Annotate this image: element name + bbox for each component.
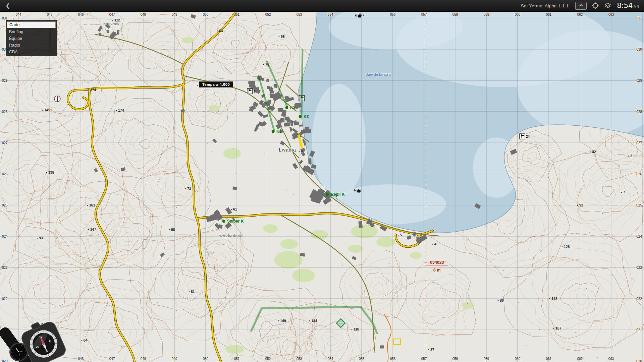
- svg-text:051: 051: [234, 357, 240, 361]
- svg-text:Hotel Abandonné: Hotel Abandonné: [218, 234, 241, 237]
- svg-text:050: 050: [203, 13, 209, 16]
- svg-text:049: 049: [172, 357, 177, 361]
- svg-text:050: 050: [203, 357, 209, 361]
- svg-text:031: 031: [636, 16, 642, 20]
- svg-text:161: 161: [89, 203, 95, 207]
- compass-rose-icon: [54, 96, 60, 102]
- svg-text:048: 048: [141, 357, 146, 361]
- svg-text:020: 020: [2, 359, 8, 362]
- svg-text:149: 149: [280, 319, 286, 323]
- svg-text:021: 021: [636, 328, 642, 332]
- svg-text:61: 61: [233, 207, 237, 211]
- svg-text:K3: K3: [304, 114, 309, 119]
- clock-seconds: 59: [634, 4, 639, 9]
- svg-text:028: 028: [2, 110, 8, 114]
- svg-text:Livadia: Livadia: [279, 147, 296, 153]
- time-accel-badge: Temps x 4.000: [199, 81, 233, 87]
- svg-text:98: 98: [171, 228, 175, 232]
- svg-text:046: 046: [78, 13, 84, 16]
- svg-text:058: 058: [452, 13, 458, 16]
- svg-text:063: 063: [608, 13, 614, 16]
- map-canvas[interactable]: 0440440450450460460470470480480490490500…: [0, 0, 644, 362]
- svg-text:148: 148: [551, 297, 557, 301]
- svg-text:112: 112: [114, 18, 120, 22]
- menu-item-cba[interactable]: CBA: [6, 49, 57, 55]
- svg-text:Sniper K: Sniper K: [227, 219, 244, 224]
- cursor-grid-ref: 054023: [430, 260, 444, 265]
- svg-text:2: 2: [630, 154, 632, 158]
- svg-text:42: 42: [592, 150, 596, 154]
- svg-text:029: 029: [2, 79, 8, 82]
- svg-text:K2: K2: [290, 105, 296, 110]
- svg-text:138: 138: [48, 170, 54, 174]
- svg-text:053: 053: [297, 13, 302, 16]
- svg-text:058: 058: [452, 357, 458, 361]
- menu-item-carte[interactable]: Carte: [7, 21, 56, 28]
- svg-text:056: 056: [390, 357, 396, 361]
- svg-text:118: 118: [354, 327, 359, 331]
- top-bar: ❮ Sdt Yermo, Alpha 1-1 1 ^ 8:54 59: [0, 0, 644, 12]
- svg-text:060: 060: [515, 13, 521, 16]
- svg-text:145: 145: [44, 108, 50, 112]
- marker-repli-k[interactable]: [326, 193, 329, 196]
- svg-text:022: 022: [2, 297, 8, 301]
- svg-text:1: 1: [254, 89, 256, 93]
- svg-text:054: 054: [328, 13, 333, 16]
- svg-text:045: 045: [47, 13, 53, 16]
- svg-text:73: 73: [187, 187, 191, 191]
- flag-symbol[interactable]: 1: [247, 88, 256, 94]
- svg-text:134: 134: [311, 319, 317, 323]
- menu-item-briefing[interactable]: Briefing: [6, 28, 57, 35]
- svg-text:046: 046: [78, 357, 84, 361]
- svg-text:026: 026: [636, 172, 642, 176]
- svg-text:174: 174: [118, 108, 124, 112]
- svg-text:81: 81: [191, 290, 195, 294]
- collapse-button[interactable]: ^: [575, 2, 587, 10]
- map-menu: Carte Briefing Équipe Radio CBA: [6, 20, 57, 56]
- svg-text:061: 061: [546, 357, 552, 361]
- svg-text:027: 027: [2, 141, 8, 145]
- target-icon[interactable]: [592, 2, 599, 9]
- svg-text:167: 167: [555, 326, 561, 330]
- svg-text:056: 056: [390, 13, 396, 16]
- svg-text:020: 020: [636, 359, 642, 362]
- svg-text:054: 054: [328, 357, 333, 361]
- svg-text:052: 052: [265, 357, 271, 361]
- back-button[interactable]: ❮: [0, 2, 16, 9]
- layers-icon[interactable]: [604, 2, 611, 9]
- svg-text:061: 061: [546, 13, 552, 16]
- svg-text:025: 025: [636, 203, 642, 207]
- svg-text:029: 029: [636, 79, 642, 82]
- svg-text:5: 5: [301, 149, 303, 153]
- svg-text:Baie de Livadia: Baie de Livadia: [365, 72, 391, 76]
- svg-text:028: 028: [636, 110, 642, 114]
- svg-text:92: 92: [579, 203, 583, 207]
- marker-k2[interactable]: [285, 106, 288, 109]
- svg-text:052: 052: [265, 13, 271, 16]
- svg-text:K1: K1: [276, 129, 282, 134]
- marker-sniper-k[interactable]: [222, 220, 225, 223]
- svg-text:024: 024: [2, 235, 8, 238]
- cursor-altitude: 6 m: [433, 268, 441, 273]
- svg-text:059: 059: [484, 357, 489, 361]
- svg-text:24: 24: [526, 135, 530, 138]
- marker-k1[interactable]: [272, 130, 275, 133]
- svg-text:93: 93: [39, 236, 43, 240]
- svg-text:031: 031: [2, 16, 8, 20]
- flag-symbol[interactable]: 24: [520, 134, 530, 139]
- menu-item-radio[interactable]: Radio: [6, 42, 57, 49]
- svg-text:147: 147: [90, 227, 96, 231]
- svg-text:128: 128: [564, 245, 570, 249]
- svg-text:027: 027: [636, 141, 642, 145]
- svg-text:4: 4: [434, 242, 436, 246]
- menu-item-equipe[interactable]: Équipe: [6, 35, 57, 42]
- marker-k3[interactable]: [299, 115, 302, 118]
- svg-text:062: 062: [577, 13, 583, 16]
- clock-time: 8:54: [617, 2, 633, 10]
- chevron-up-icon: ^: [579, 4, 583, 8]
- svg-text:023: 023: [2, 266, 8, 269]
- svg-text:030: 030: [636, 48, 642, 51]
- svg-text:37: 37: [430, 348, 434, 352]
- svg-text:5: 5: [400, 233, 402, 237]
- svg-text:053: 053: [297, 357, 302, 361]
